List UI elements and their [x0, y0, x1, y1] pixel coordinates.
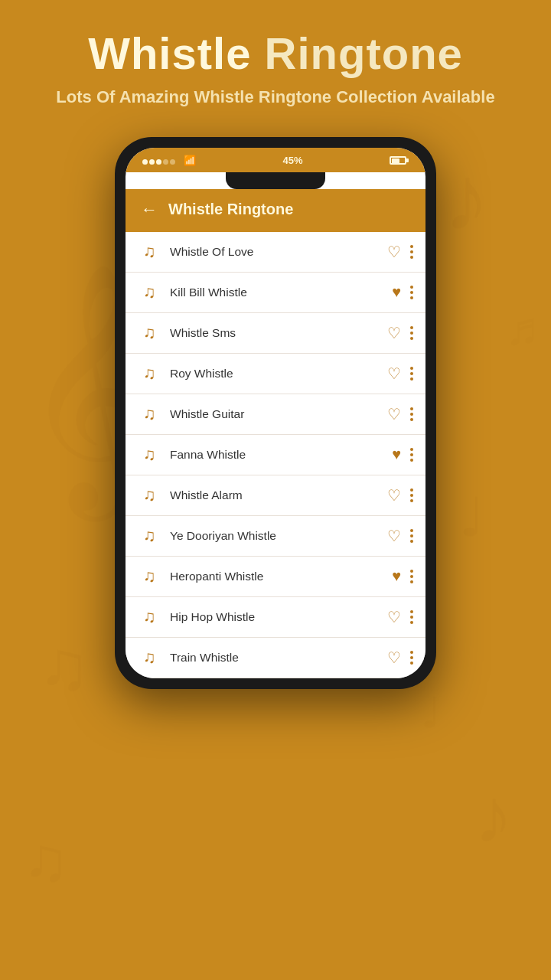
- music-note-icon: ♫: [138, 404, 161, 424]
- more-options-button[interactable]: [410, 651, 413, 665]
- like-button[interactable]: ♡: [387, 527, 401, 545]
- like-button[interactable]: ♡: [387, 243, 401, 261]
- back-button[interactable]: ←: [141, 200, 158, 220]
- status-left: 📶: [142, 154, 196, 168]
- list-item[interactable]: ♫ Hip Hop Whistle ♡: [126, 597, 425, 638]
- ringtone-name: Fanna Whistle: [170, 448, 383, 462]
- ringtone-name: Hip Hop Whistle: [170, 610, 378, 624]
- ringtone-name: Whistle Sms: [170, 326, 378, 340]
- like-button[interactable]: ♡: [387, 486, 401, 505]
- page-header: Whistle Ringtone Lots Of Amazing Whistle…: [0, 0, 551, 123]
- header-subtitle: Lots Of Amazing Whistle Ringtone Collect…: [23, 86, 528, 109]
- music-note-icon: ♫: [138, 485, 161, 505]
- more-options-button[interactable]: [410, 610, 413, 624]
- ringtone-name: Heropanti Whistle: [170, 570, 383, 583]
- app-bar-title: Whistle Ringtone: [168, 201, 293, 218]
- list-item[interactable]: ♫ Whistle Guitar ♡: [126, 394, 425, 435]
- battery-fill: [392, 158, 399, 164]
- list-item[interactable]: ♫ Ye Dooriyan Whistle ♡: [126, 516, 425, 557]
- like-button[interactable]: ♥: [392, 446, 401, 463]
- music-note-icon: ♫: [138, 607, 161, 627]
- status-bar: 📶 45%: [126, 148, 425, 172]
- more-options-button[interactable]: [410, 245, 413, 259]
- music-note-icon: ♫: [138, 283, 161, 302]
- music-note-icon: ♫: [138, 526, 161, 546]
- ringtone-name: Whistle Of Love: [170, 245, 378, 259]
- list-item[interactable]: ♫ Whistle Sms ♡: [126, 313, 425, 354]
- title-whistle: Whistle: [88, 28, 251, 78]
- list-item[interactable]: ♫ Whistle Of Love ♡: [126, 232, 425, 273]
- title-ringtone: Ringtone: [265, 28, 463, 78]
- list-item[interactable]: ♫ Train Whistle ♡: [126, 638, 425, 678]
- ringtone-name: Roy Whistle: [170, 367, 378, 381]
- more-options-button[interactable]: [410, 448, 413, 462]
- svg-text:♫: ♫: [38, 628, 90, 704]
- like-button[interactable]: ♥: [392, 567, 401, 585]
- more-options-button[interactable]: [410, 326, 413, 340]
- battery-body: [390, 156, 406, 165]
- more-options-button[interactable]: [410, 367, 413, 381]
- music-note-icon: ♫: [138, 242, 161, 262]
- main-title: Whistle Ringtone: [23, 29, 528, 78]
- ringtone-name: Ye Dooriyan Whistle: [170, 529, 378, 543]
- music-note-icon: ♫: [138, 364, 161, 384]
- more-options-button[interactable]: [410, 286, 413, 299]
- like-button[interactable]: ♥: [392, 283, 401, 301]
- list-item[interactable]: ♫ Roy Whistle ♡: [126, 354, 425, 394]
- list-item[interactable]: ♫ Fanna Whistle ♥: [126, 435, 425, 475]
- battery-percent: 45%: [282, 155, 302, 166]
- like-button[interactable]: ♡: [387, 608, 401, 626]
- svg-text:♫: ♫: [23, 826, 69, 893]
- music-note-icon: ♫: [138, 323, 161, 343]
- list-item[interactable]: ♫ Kill Bill Whistle ♥: [126, 273, 425, 313]
- music-note-icon: ♫: [138, 567, 161, 586]
- ringtone-name: Kill Bill Whistle: [170, 286, 383, 299]
- svg-text:♩: ♩: [459, 488, 484, 547]
- phone-frame: 📶 45% ← Whistle Ringtone ♫ Whistl: [115, 137, 436, 689]
- music-note-icon: ♫: [138, 648, 161, 668]
- svg-text:♩: ♩: [421, 690, 441, 737]
- signal-indicator: [142, 154, 177, 168]
- ringtone-name: Whistle Alarm: [170, 488, 378, 502]
- like-button[interactable]: ♡: [387, 648, 401, 667]
- like-button[interactable]: ♡: [387, 364, 401, 383]
- list-item[interactable]: ♫ Whistle Alarm ♡: [126, 475, 425, 516]
- more-options-button[interactable]: [410, 529, 413, 543]
- status-right: [390, 156, 409, 165]
- wifi-icon: 📶: [184, 155, 196, 166]
- more-options-button[interactable]: [410, 570, 413, 583]
- svg-text:♬: ♬: [505, 304, 540, 354]
- phone-notch: [226, 172, 325, 189]
- app-header-bar: ← Whistle Ringtone: [126, 189, 425, 232]
- music-note-icon: ♫: [138, 445, 161, 465]
- ringtone-name: Whistle Guitar: [170, 407, 378, 421]
- list-item[interactable]: ♫ Heropanti Whistle ♥: [126, 557, 425, 597]
- ringtone-name: Train Whistle: [170, 651, 378, 665]
- more-options-button[interactable]: [410, 488, 413, 502]
- ringtone-list: ♫ Whistle Of Love ♡ ♫ Kill Bill Whistle …: [126, 232, 425, 678]
- like-button[interactable]: ♡: [387, 324, 401, 342]
- battery-icon: [390, 156, 409, 165]
- battery-tip: [406, 158, 409, 162]
- like-button[interactable]: ♡: [387, 405, 401, 423]
- svg-text:♪: ♪: [474, 774, 513, 859]
- more-options-button[interactable]: [410, 407, 413, 421]
- phone-screen: 📶 45% ← Whistle Ringtone ♫ Whistl: [126, 148, 425, 678]
- svg-text:♪: ♪: [444, 148, 490, 250]
